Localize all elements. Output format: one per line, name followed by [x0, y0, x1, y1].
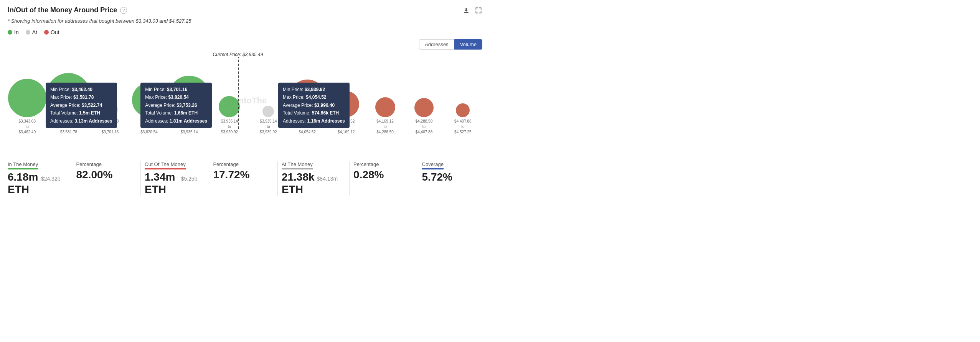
- legend-out: Out: [44, 29, 59, 35]
- summary-in-the-money: In The Money 6.18m ETH $24.32b: [8, 161, 68, 196]
- summary-percentage-out: Percentage 17.72%: [213, 161, 273, 181]
- divider-6: [418, 161, 418, 196]
- summary-value-coverage: 5.72%: [422, 171, 475, 183]
- legend-at: At: [26, 29, 37, 35]
- summary-label-at: At The Money: [282, 161, 313, 169]
- axis-label-0: $3,343.03to$3,462.40: [18, 119, 36, 135]
- summary-label-in: In The Money: [8, 161, 38, 169]
- summary-percentage-in: Percentage 82.00%: [76, 161, 136, 181]
- bubble-in-5: [219, 96, 240, 117]
- bubble-out-7: [289, 80, 326, 117]
- legend-dot-in: [8, 30, 12, 35]
- current-price-line: [238, 52, 239, 129]
- axis-label-9: $4,169.12to$4,288.50: [376, 119, 394, 135]
- bubble-at-2: [102, 102, 118, 117]
- summary-label-pct-at: Percentage: [353, 161, 379, 167]
- bubble-col-11: $4,407.88to$4,527.25: [444, 103, 482, 135]
- summary-out-the-money: Out Of The Money 1.34m ETH $5.25b: [145, 161, 205, 196]
- chart-area: iT IntoThe Current Price: $3,935.49 $3,3…: [8, 52, 482, 152]
- divider-2: [140, 161, 141, 196]
- legend-dot-out: [44, 30, 49, 35]
- summary-value-in: 6.18m ETH $24.32b: [8, 171, 60, 196]
- bubble-out-8: [333, 91, 359, 117]
- bubble-in-0: [8, 79, 46, 117]
- bubble-out-10: [414, 98, 434, 117]
- summary-value-pct-at: 0.28%: [353, 169, 406, 181]
- help-icon[interactable]: ?: [120, 7, 127, 14]
- bubble-in-4: [168, 76, 210, 117]
- axis-label-10: $4,288.50to$4,407.88: [416, 119, 433, 135]
- bubble-in-3: [132, 83, 167, 117]
- current-price-label: Current Price: $3,935.49: [211, 52, 265, 57]
- legend-in: In: [8, 29, 19, 35]
- bubble-col-7: $3,939.92to$4,054.52: [288, 80, 327, 135]
- bubble-col-5: $3,935.14to$3,939.92: [210, 96, 249, 135]
- bubble-col-6: $3,935.14to$3,939.92: [249, 106, 288, 135]
- summary-value-out: 1.34m ETH $5.25b: [145, 171, 197, 196]
- bubble-col-1: $3,462.40to$3,581.78: [46, 73, 91, 135]
- bubble-col-8: $4,054.52to$4,169.12: [327, 91, 365, 135]
- summary-value-pct-out: 17.72%: [213, 169, 266, 181]
- divider-3: [209, 161, 209, 196]
- axis-label-7: $3,939.92to$4,054.52: [299, 119, 316, 135]
- legend-label-out: Out: [51, 29, 59, 35]
- legend-label-at: At: [32, 29, 37, 35]
- download-icon[interactable]: [462, 7, 470, 14]
- summary-value-at: 21.38k ETH $84.13m: [282, 171, 338, 196]
- axis-label-6: $3,935.14to$3,939.92: [260, 119, 277, 135]
- volume-button[interactable]: Volume: [454, 39, 482, 50]
- addresses-button[interactable]: Addresses: [419, 39, 454, 50]
- subtitle-text: * Showing information for addresses that…: [8, 18, 482, 24]
- chart-controls: Addresses Volume: [8, 39, 482, 50]
- divider-1: [72, 161, 72, 196]
- summary-label-coverage: Coverage: [422, 161, 444, 169]
- legend: In At Out: [8, 29, 482, 35]
- axis-label-4: $3,820.54to$3,935.14: [181, 119, 198, 135]
- bubble-at-6: [262, 106, 274, 117]
- summary-percentage-at: Percentage 0.28%: [353, 161, 414, 181]
- bubble-col-9: $4,169.12to$4,288.50: [366, 97, 404, 135]
- legend-label-in: In: [14, 29, 19, 35]
- axis-label-3: $3,701.16to$3,820.54: [140, 119, 158, 135]
- bubble-col-10: $4,288.50to$4,407.88: [404, 98, 443, 135]
- summary-at-the-money: At The Money 21.38k ETH $84.13m: [282, 161, 345, 196]
- bubble-col-4: $3,820.54to$3,935.14: [168, 76, 210, 135]
- summary-label-out: Out Of The Money: [145, 161, 186, 169]
- axis-label-2: $3,581.78to$3,701.16: [102, 119, 119, 135]
- legend-dot-at: [26, 30, 30, 35]
- bubble-col-0: $3,343.03to$3,462.40: [8, 79, 46, 135]
- bubble-col-2: $3,581.78to$3,701.16: [91, 102, 129, 135]
- summary-value-pct-in: 82.00%: [76, 169, 129, 181]
- axis-label-8: $4,054.52to$4,169.12: [338, 119, 355, 135]
- summary-coverage: Coverage 5.72%: [422, 161, 482, 183]
- summary-label-pct-in: Percentage: [76, 161, 102, 167]
- axis-label-5: $3,935.14to$3,939.92: [221, 119, 238, 135]
- bubble-col-3: $3,701.16to$3,820.54: [130, 83, 168, 135]
- header-action-icons: [462, 7, 482, 14]
- bubble-in-1: [46, 73, 91, 117]
- page-title: In/Out of the Money Around Price: [8, 6, 117, 14]
- bubble-out-9: [375, 97, 395, 117]
- summary-label-pct-out: Percentage: [213, 161, 239, 167]
- divider-5: [349, 161, 350, 196]
- axis-label-1: $3,462.40to$3,581.78: [60, 119, 78, 135]
- summary-bar: In The Money 6.18m ETH $24.32b Percentag…: [8, 155, 482, 196]
- divider-4: [277, 161, 278, 196]
- expand-icon[interactable]: [475, 7, 482, 14]
- bubble-out-11: [456, 103, 470, 117]
- axis-label-11: $4,407.88to$4,527.25: [454, 119, 472, 135]
